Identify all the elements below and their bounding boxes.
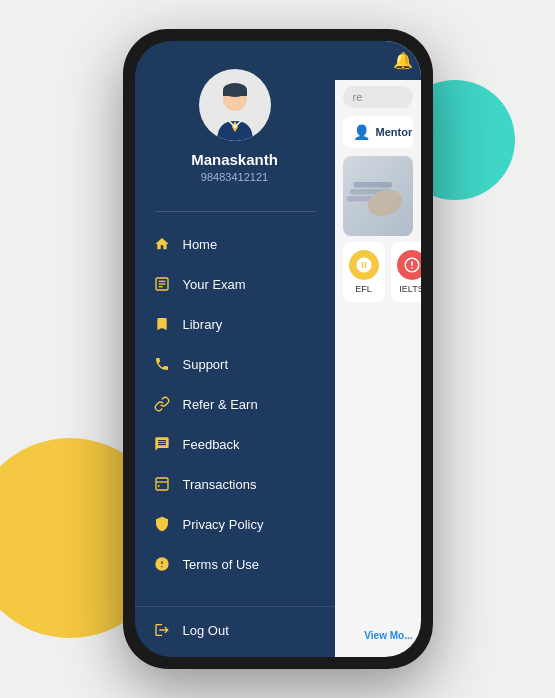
search-placeholder: re: [353, 91, 363, 103]
svg-rect-9: [156, 478, 168, 490]
user-name: Manaskanth: [191, 151, 278, 168]
nav-menu: Home Your Exam Library: [135, 224, 335, 606]
sidebar-item-refer-earn[interactable]: Refer & Earn: [135, 384, 335, 424]
sidebar-item-feedback[interactable]: Feedback: [135, 424, 335, 464]
top-bar: 🔔: [335, 41, 421, 80]
avatar: [199, 69, 271, 141]
user-phone: 98483412121: [201, 171, 268, 183]
sidebar-item-library[interactable]: Library: [135, 304, 335, 344]
sidebar-item-privacy-label: Privacy Policy: [183, 517, 264, 532]
transactions-icon: [151, 473, 173, 495]
sidebar-item-privacy[interactable]: Privacy Policy: [135, 504, 335, 544]
mentor-card[interactable]: 👤 Mentor: [343, 116, 413, 148]
search-bar[interactable]: re: [343, 86, 413, 108]
sidebar-item-feedback-label: Feedback: [183, 437, 240, 452]
sidebar-item-home[interactable]: Home: [135, 224, 335, 264]
exam-card-ielts[interactable]: IELTS: [391, 242, 421, 302]
logout-section[interactable]: Log Out: [135, 606, 335, 657]
main-content: 🔔 re 👤 Mentor: [335, 41, 421, 657]
profile-divider: [155, 211, 315, 212]
exam-card-efl[interactable]: EFL: [343, 242, 385, 302]
ielts-icon: [397, 250, 421, 280]
mentor-label: Mentor: [376, 126, 413, 138]
phone-screen: Manaskanth 98483412121 Home Your E: [135, 41, 421, 657]
sidebar-item-terms-label: Terms of Use: [183, 557, 260, 572]
efl-icon: [349, 250, 379, 280]
terms-icon: [151, 553, 173, 575]
refer-icon: [151, 393, 173, 415]
sidebar-item-exam-label: Your Exam: [183, 277, 246, 292]
hero-image: [343, 156, 413, 236]
svg-rect-3: [223, 90, 247, 96]
logout-icon: [151, 619, 173, 641]
feedback-icon: [151, 433, 173, 455]
sidebar-item-terms[interactable]: Terms of Use: [135, 544, 335, 584]
sidebar-item-refer-earn-label: Refer & Earn: [183, 397, 258, 412]
sidebar-item-home-label: Home: [183, 237, 218, 252]
profile-section: Manaskanth 98483412121: [135, 41, 335, 199]
sidebar-item-support-label: Support: [183, 357, 229, 372]
logout-label: Log Out: [183, 623, 229, 638]
privacy-icon: [151, 513, 173, 535]
ielts-label: IELTS: [399, 284, 420, 294]
home-icon: [151, 233, 173, 255]
bell-icon[interactable]: 🔔: [393, 51, 413, 70]
support-icon: [151, 353, 173, 375]
phone-frame: Manaskanth 98483412121 Home Your E: [123, 29, 433, 669]
exam-icon: [151, 273, 173, 295]
library-icon: [151, 313, 173, 335]
svg-point-14: [161, 566, 162, 567]
sidebar-item-library-label: Library: [183, 317, 223, 332]
exam-cards-grid: EFL IELTS: [343, 242, 413, 302]
efl-label: EFL: [355, 284, 372, 294]
mentor-icon: 👤: [353, 124, 370, 140]
sidebar-item-support[interactable]: Support: [135, 344, 335, 384]
sidebar-item-transactions-label: Transactions: [183, 477, 257, 492]
sidebar-drawer: Manaskanth 98483412121 Home Your E: [135, 41, 335, 657]
view-more-button[interactable]: View Mo...: [364, 630, 412, 641]
svg-rect-16: [353, 182, 392, 188]
sidebar-item-your-exam[interactable]: Your Exam: [135, 264, 335, 304]
sidebar-item-transactions[interactable]: Transactions: [135, 464, 335, 504]
